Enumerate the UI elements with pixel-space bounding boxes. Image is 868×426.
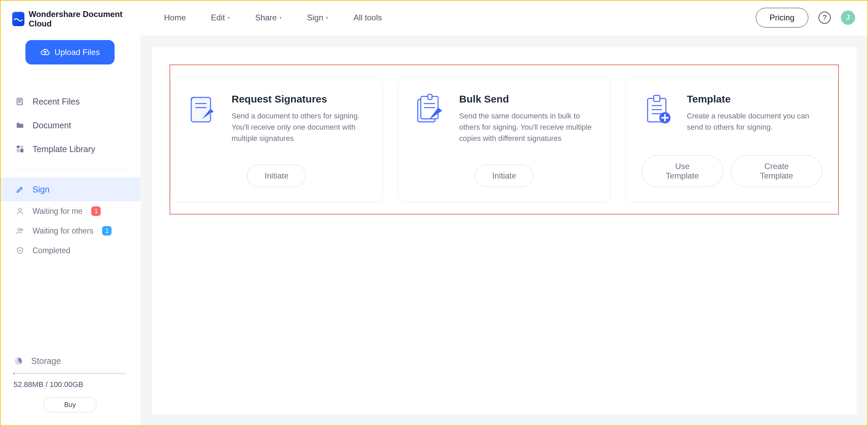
storage-used-text: 52.88MB / 100.00GB xyxy=(14,380,126,389)
storage-label: Storage xyxy=(31,356,61,366)
bulk-send-icon xyxy=(414,93,446,126)
card-bulk-title: Bulk Send xyxy=(459,93,594,105)
folder-icon xyxy=(15,120,25,130)
use-template-button[interactable]: Use Template xyxy=(642,155,724,187)
upload-label: Upload Files xyxy=(55,48,100,57)
chevron-down-icon: ▾ xyxy=(326,15,328,20)
chevron-down-icon: ▾ xyxy=(279,15,282,20)
content-panel: Request Signatures Send a document to ot… xyxy=(152,47,856,414)
card-template-title: Template xyxy=(687,93,822,105)
svg-point-2 xyxy=(21,102,24,105)
brand-name: Wondershare Document Cloud xyxy=(28,10,132,29)
nav-recent-label: Recent Files xyxy=(33,97,80,107)
topnav-all-tools-label: All tools xyxy=(353,13,382,22)
topnav-edit-label: Edit xyxy=(211,13,225,22)
nav-sign-label: Sign xyxy=(33,185,50,195)
topnav-home-label: Home xyxy=(164,13,186,22)
svg-rect-6 xyxy=(20,149,23,152)
pricing-button[interactable]: Pricing xyxy=(756,8,808,27)
nav-document-label: Document xyxy=(33,121,71,130)
template-icon xyxy=(642,93,674,126)
nav-completed[interactable]: Completed xyxy=(0,241,140,260)
topnav-home[interactable]: Home xyxy=(164,13,186,22)
nav-waiting-others-label: Waiting for others xyxy=(33,226,93,236)
topnav-share[interactable]: Share▾ xyxy=(255,13,282,22)
card-bulk-desc: Send the same documents in bulk to other… xyxy=(459,110,594,144)
nav-template-library-label: Template Library xyxy=(33,144,95,154)
nav-sign[interactable]: Sign xyxy=(0,178,140,201)
svg-rect-16 xyxy=(428,94,432,99)
nav-template-library[interactable]: Template Library xyxy=(0,137,140,161)
request-initiate-button[interactable]: Initiate xyxy=(247,165,306,187)
nav-completed-label: Completed xyxy=(33,246,70,255)
bulk-initiate-button[interactable]: Initiate xyxy=(475,165,534,187)
waiting-others-badge: 1 xyxy=(102,226,112,236)
svg-rect-3 xyxy=(17,146,20,148)
nav-waiting-for-me[interactable]: Waiting for me 1 xyxy=(0,201,140,221)
svg-rect-5 xyxy=(17,149,20,152)
storage-block: Storage 52.88MB / 100.00GB Buy xyxy=(0,356,140,426)
storage-pie-icon xyxy=(14,356,23,366)
card-request-signatures: Request Signatures Send a document to ot… xyxy=(170,77,383,202)
people-icon xyxy=(15,226,25,236)
brand-logo-icon xyxy=(14,14,23,24)
help-icon[interactable]: ? xyxy=(818,12,831,24)
svg-rect-4 xyxy=(20,146,23,148)
nav-recent-files[interactable]: Recent Files xyxy=(0,90,140,113)
svg-rect-20 xyxy=(654,95,660,101)
recent-files-icon xyxy=(15,96,25,107)
cloud-upload-icon xyxy=(40,48,50,57)
svg-rect-11 xyxy=(191,97,211,122)
svg-point-9 xyxy=(21,229,23,231)
brand-logo xyxy=(12,12,24,26)
topnav-sign[interactable]: Sign▾ xyxy=(307,13,328,22)
card-template: Template Create a reusable document you … xyxy=(626,77,838,202)
topbar-right: Pricing ? J xyxy=(756,8,855,27)
template-library-icon xyxy=(15,144,25,154)
card-request-title: Request Signatures xyxy=(232,93,367,105)
topnav: Home Edit▾ Share▾ Sign▾ All tools xyxy=(164,13,382,22)
chevron-down-icon: ▾ xyxy=(228,15,230,20)
sign-options-highlight: Request Signatures Send a document to ot… xyxy=(170,64,839,215)
nav-document[interactable]: Document xyxy=(0,113,140,137)
shield-check-icon xyxy=(15,245,25,256)
storage-fill xyxy=(14,373,15,374)
brand-row: Wondershare Document Cloud xyxy=(0,0,140,33)
nav-divider xyxy=(13,169,127,169)
waiting-me-badge: 1 xyxy=(91,206,101,216)
card-template-desc: Create a reusable document you can send … xyxy=(687,110,822,133)
main: Home Edit▾ Share▾ Sign▾ All tools Pricin… xyxy=(140,0,868,426)
topnav-all-tools[interactable]: All tools xyxy=(353,13,382,22)
nav-waiting-for-others[interactable]: Waiting for others 1 xyxy=(0,221,140,241)
card-request-desc: Send a document to others for signing. Y… xyxy=(232,110,367,144)
person-icon xyxy=(15,206,25,216)
sidebar: Wondershare Document Cloud Upload Files … xyxy=(0,0,140,426)
svg-point-8 xyxy=(18,228,20,231)
request-signatures-icon xyxy=(186,93,219,126)
buy-storage-button[interactable]: Buy xyxy=(43,397,96,412)
storage-row: Storage xyxy=(14,356,126,366)
storage-bar xyxy=(14,373,126,374)
topnav-edit[interactable]: Edit▾ xyxy=(211,13,230,22)
upload-wrap: Upload Files xyxy=(0,33,140,71)
create-template-button[interactable]: Create Template xyxy=(731,155,822,187)
topnav-share-label: Share xyxy=(255,13,277,22)
pen-sign-icon xyxy=(15,184,25,195)
topnav-sign-label: Sign xyxy=(307,13,323,22)
avatar[interactable]: J xyxy=(841,11,855,25)
content-area: Request Signatures Send a document to ot… xyxy=(140,35,868,426)
card-bulk-send: Bulk Send Send the same documents in bul… xyxy=(398,77,610,202)
topbar: Home Edit▾ Share▾ Sign▾ All tools Pricin… xyxy=(140,0,868,35)
upload-files-button[interactable]: Upload Files xyxy=(25,40,115,64)
nav-section-main: Recent Files Document Template Library xyxy=(0,71,140,161)
svg-point-7 xyxy=(19,208,21,211)
nav-waiting-me-label: Waiting for me xyxy=(33,207,82,216)
